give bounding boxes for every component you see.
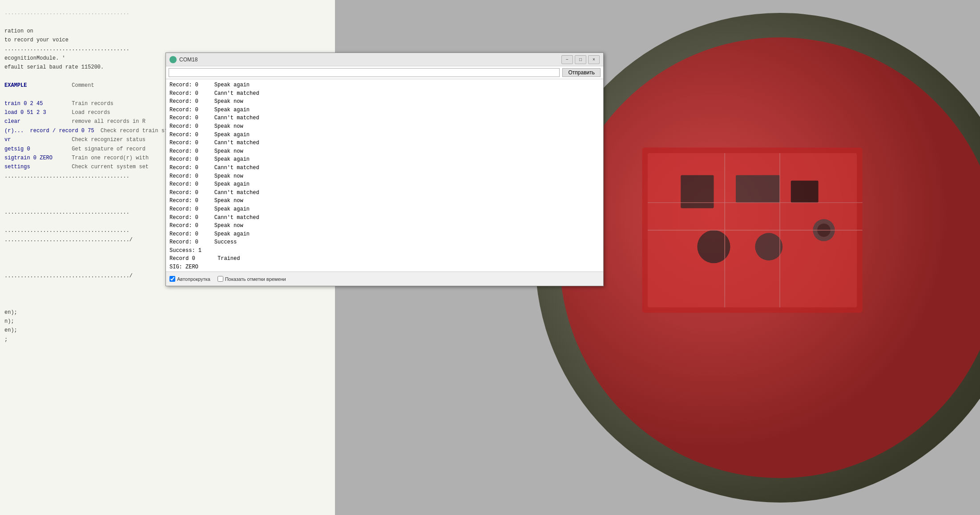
titlebar-controls: − □ ×: [561, 55, 600, 64]
output-line: Record: 0 Speak again: [169, 131, 600, 139]
svg-rect-2: [681, 175, 714, 208]
output-line: Record: 0 Cann't matched: [169, 139, 600, 147]
output-line: Record: 0 Speak again: [169, 81, 600, 89]
bg-dots: .......................................: [4, 9, 334, 17]
timestamp-checkbox[interactable]: [218, 276, 223, 282]
output-line: Record: 0 Speak now: [169, 222, 600, 230]
output-line: Record: 0 Speak now: [169, 147, 600, 156]
footer: Автопрокрутка Показать отметки времени: [166, 272, 603, 286]
serial-output: Record: 0 Speak againRecord: 0 Cann't ma…: [166, 79, 603, 272]
output-line: Record 0 Trained: [169, 255, 600, 263]
maximize-button[interactable]: □: [575, 55, 586, 64]
output-line: Record: 0 Cann't matched: [169, 164, 600, 172]
svg-rect-3: [736, 175, 780, 203]
minimize-button[interactable]: −: [561, 55, 573, 64]
output-line: Record: 0 Success: [169, 238, 600, 247]
titlebar: COM18 − □ ×: [166, 53, 603, 66]
autoscroll-label[interactable]: Автопрокрутка: [169, 276, 210, 282]
output-line: Record: 0 Speak now: [169, 122, 600, 131]
com18-window: COM18 − □ × Отправить Record: 0 Speak ag…: [165, 53, 604, 286]
output-line: SIG: ZERO: [169, 263, 600, 272]
output-line: Record: 0 Speak again: [169, 230, 600, 239]
titlebar-icon: [169, 56, 177, 63]
output-line: Record: 0 Speak again: [169, 155, 600, 164]
close-button[interactable]: ×: [588, 55, 600, 64]
timestamp-label[interactable]: Показать отметки времени: [218, 276, 286, 282]
output-line: Record: 0 Speak now: [169, 97, 600, 106]
output-line: Record: 0 Cann't matched: [169, 214, 600, 222]
autoscroll-checkbox[interactable]: [169, 276, 175, 282]
output-line: Record: 0 Speak now: [169, 172, 600, 181]
output-line: Record: 0 Speak again: [169, 205, 600, 214]
output-line: Record: 0 Speak now: [169, 197, 600, 205]
output-line: Record: 0 Speak again: [169, 180, 600, 189]
output-line: Record: 0 Cann't matched: [169, 114, 600, 122]
send-button[interactable]: Отправить: [562, 68, 601, 77]
output-line: Success: 1: [169, 247, 600, 255]
output-line: Record: 0 Cann't matched: [169, 89, 600, 98]
circuit-board-inner: [560, 37, 980, 478]
svg-point-6: [755, 233, 782, 260]
svg-point-5: [697, 230, 730, 263]
input-row: Отправить: [166, 66, 603, 79]
svg-rect-4: [791, 180, 819, 203]
serial-input[interactable]: [169, 68, 560, 77]
titlebar-title: COM18: [179, 57, 198, 63]
output-line: Record: 0 Speak again: [169, 106, 600, 114]
output-line: Record: 0 Cann't matched: [169, 189, 600, 197]
